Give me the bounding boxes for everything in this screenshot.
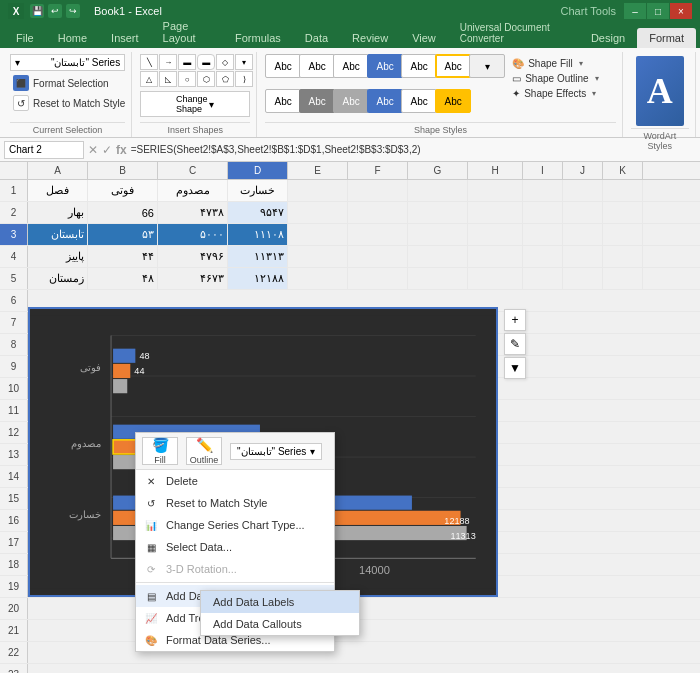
line-icon[interactable]: ╲ [140, 54, 158, 70]
cell-k4[interactable] [603, 246, 643, 267]
triangle-icon[interactable]: △ [140, 71, 158, 87]
col-header-g[interactable]: G [408, 162, 468, 179]
col-header-c[interactable]: C [158, 162, 228, 179]
fill-mini-button[interactable]: 🪣 Fill [142, 437, 178, 465]
cell-b3[interactable]: ۵۳ [88, 224, 158, 245]
style-6[interactable]: Abc [435, 54, 471, 78]
tab-home[interactable]: Home [46, 28, 99, 48]
chart-filter-button[interactable]: ▼ [504, 357, 526, 379]
undo-icon[interactable]: ↩ [48, 4, 62, 18]
oval-icon[interactable]: ○ [178, 71, 196, 87]
cancel-formula-icon[interactable]: ✕ [88, 143, 98, 157]
cell-i3[interactable] [523, 224, 563, 245]
tab-design[interactable]: Design [579, 28, 637, 48]
reset-match-style-button[interactable]: ↺ Reset to Match Style [10, 93, 125, 113]
insert-function-icon[interactable]: fx [116, 143, 127, 157]
cell-k1[interactable] [603, 180, 643, 201]
tab-file[interactable]: File [4, 28, 46, 48]
col-header-f[interactable]: F [348, 162, 408, 179]
cell-g2[interactable] [408, 202, 468, 223]
delete-menu-item[interactable]: ✕ Delete [136, 470, 334, 492]
redo-icon[interactable]: ↪ [66, 4, 80, 18]
tab-insert[interactable]: Insert [99, 28, 151, 48]
style-11[interactable]: Abc [401, 89, 437, 113]
cell-i4[interactable] [523, 246, 563, 267]
select-data-menu-item[interactable]: ▦ Select Data... [136, 536, 334, 558]
wordart-button[interactable]: A [636, 56, 684, 126]
col-header-a[interactable]: A [28, 162, 88, 179]
cell-j3[interactable] [563, 224, 603, 245]
style-1[interactable]: Abc [265, 54, 301, 78]
cell-b2[interactable]: 66 [88, 202, 158, 223]
cell-h1[interactable] [468, 180, 523, 201]
tab-data[interactable]: Data [293, 28, 340, 48]
minimize-button[interactable]: – [624, 3, 646, 19]
diamond-icon[interactable]: ◇ [216, 54, 234, 70]
cell-h2[interactable] [468, 202, 523, 223]
series-selector[interactable]: Series "تابستان" ▾ [10, 54, 125, 71]
chart-style-button[interactable]: ✎ [504, 333, 526, 355]
change-shape-button[interactable]: ChangeShape ▾ [140, 91, 250, 117]
cell-f2[interactable] [348, 202, 408, 223]
cell-d5[interactable]: ۱۲۱۸۸ [228, 268, 288, 289]
tab-formulas[interactable]: Formulas [223, 28, 293, 48]
cell-j4[interactable] [563, 246, 603, 267]
cell-a3[interactable]: تابستان [28, 224, 88, 245]
cell-e1[interactable] [288, 180, 348, 201]
cell-f3[interactable] [348, 224, 408, 245]
right-triangle-icon[interactable]: ◺ [159, 71, 177, 87]
style-3[interactable]: Abc [333, 54, 369, 78]
cell-g3[interactable] [408, 224, 468, 245]
close-button[interactable]: × [670, 3, 692, 19]
cell-e4[interactable] [288, 246, 348, 267]
cell-j1[interactable] [563, 180, 603, 201]
tab-format[interactable]: Format [637, 28, 696, 48]
cell-c5[interactable]: ۴۶۷۳ [158, 268, 228, 289]
style-expand[interactable]: ▾ [469, 54, 505, 78]
cell-d4[interactable]: ۱۱۳۱۳ [228, 246, 288, 267]
cell-d3[interactable]: ۱۱۱۰۸ [228, 224, 288, 245]
change-series-type-menu-item[interactable]: 📊 Change Series Chart Type... [136, 514, 334, 536]
cell-h5[interactable] [468, 268, 523, 289]
hexagon-icon[interactable]: ⬡ [197, 71, 215, 87]
col-header-d[interactable]: D [228, 162, 288, 179]
cell-h3[interactable] [468, 224, 523, 245]
cell-f1[interactable] [348, 180, 408, 201]
cell-g4[interactable] [408, 246, 468, 267]
arrow-icon[interactable]: → [159, 54, 177, 70]
style-4[interactable]: Abc [367, 54, 403, 78]
cell-a4[interactable]: پاییز [28, 246, 88, 267]
cell-i2[interactable] [523, 202, 563, 223]
style-12[interactable]: Abc [435, 89, 471, 113]
col-header-k[interactable]: K [603, 162, 643, 179]
submenu-add-data-labels-item[interactable]: Add Data Labels [201, 591, 359, 613]
cell-d2[interactable]: ۹۵۴۷ [228, 202, 288, 223]
style-9[interactable]: Abc [333, 89, 369, 113]
cell-b4[interactable]: ۴۴ [88, 246, 158, 267]
reset-match-menu-item[interactable]: ↺ Reset to Match Style [136, 492, 334, 514]
col-header-b[interactable]: B [88, 162, 158, 179]
cell-c1[interactable]: مصدوم [158, 180, 228, 201]
cell-i5[interactable] [523, 268, 563, 289]
col-header-e[interactable]: E [288, 162, 348, 179]
cell-j5[interactable] [563, 268, 603, 289]
shape-fill-button[interactable]: 🎨 Shape Fill ▾ [509, 56, 621, 71]
cell-c4[interactable]: ۴۷۹۶ [158, 246, 228, 267]
cell-c2[interactable]: ۴۷۳۸ [158, 202, 228, 223]
cell-k3[interactable] [603, 224, 643, 245]
style-10[interactable]: Abc [367, 89, 403, 113]
style-7[interactable]: Abc [265, 89, 301, 113]
tab-review[interactable]: Review [340, 28, 400, 48]
cell-a5[interactable]: زمستان [28, 268, 88, 289]
cell-e3[interactable] [288, 224, 348, 245]
cell-c3[interactable]: ۵۰۰۰ [158, 224, 228, 245]
cell-g1[interactable] [408, 180, 468, 201]
save-icon[interactable]: 💾 [30, 4, 44, 18]
shape-outline-button[interactable]: ▭ Shape Outline ▾ [509, 71, 621, 86]
col-header-h[interactable]: H [468, 162, 523, 179]
cell-d1[interactable]: خسارت [228, 180, 288, 201]
format-selection-button[interactable]: ⬛ Format Selection [10, 73, 125, 93]
tab-view[interactable]: View [400, 28, 448, 48]
add-element-button[interactable]: + [504, 309, 526, 331]
style-2[interactable]: Abc [299, 54, 335, 78]
